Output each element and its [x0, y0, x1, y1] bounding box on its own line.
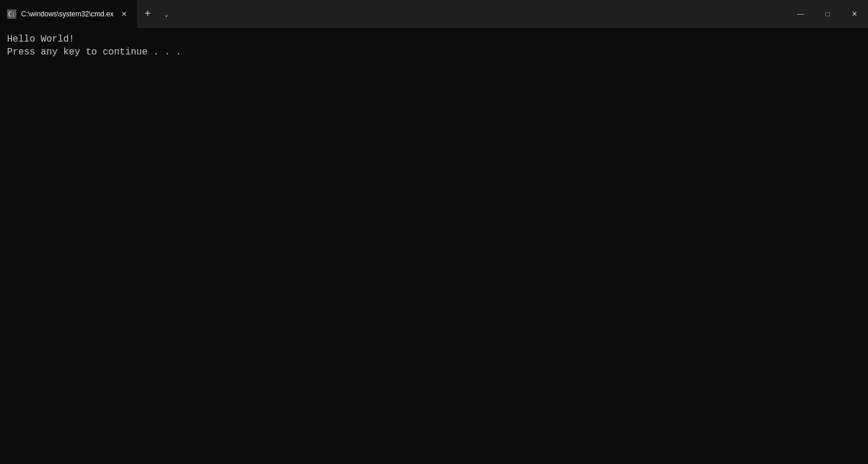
terminal-window: C: C:\windows\system32\cmd.ex ✕ + ⌄ — □ …: [0, 0, 868, 464]
tab-close-button[interactable]: ✕: [118, 8, 130, 20]
titlebar: C: C:\windows\system32\cmd.ex ✕ + ⌄ — □ …: [0, 0, 868, 28]
maximize-button[interactable]: □: [814, 0, 841, 28]
terminal-icon: C:: [7, 9, 16, 19]
terminal-line-2: Press any key to continue . . .: [7, 46, 861, 59]
close-button[interactable]: ✕: [841, 0, 868, 28]
minimize-button[interactable]: —: [787, 0, 814, 28]
tab-dropdown-button[interactable]: ⌄: [158, 0, 175, 28]
tab-area: C: C:\windows\system32\cmd.ex ✕ + ⌄: [0, 0, 787, 28]
tab-cmd[interactable]: C: C:\windows\system32\cmd.ex ✕: [0, 0, 137, 28]
new-tab-button[interactable]: +: [137, 0, 158, 28]
svg-text:C:: C:: [8, 11, 15, 18]
terminal-content[interactable]: Hello World! Press any key to continue .…: [0, 28, 868, 464]
window-controls: — □ ✕: [787, 0, 868, 28]
tab-title: C:\windows\system32\cmd.ex: [21, 10, 114, 18]
terminal-line-1: Hello World!: [7, 33, 861, 46]
